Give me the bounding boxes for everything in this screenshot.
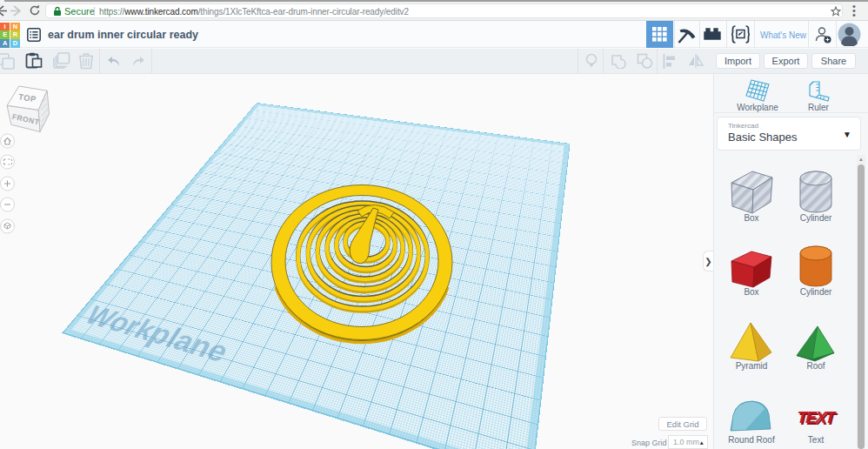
svg-text:Pyramid: Pyramid	[736, 361, 768, 371]
svg-text:Box: Box	[744, 287, 758, 297]
svg-text:Cylinder: Cylinder	[800, 213, 832, 223]
svg-text:Cylinder: Cylinder	[800, 287, 832, 297]
svg-text:Box: Box	[744, 213, 758, 223]
svg-text:Roof: Roof	[806, 361, 825, 371]
svg-text:Round Roof: Round Roof	[728, 435, 775, 445]
svg-text:TEXT: TEXT	[795, 408, 838, 426]
svg-text:Text: Text	[808, 435, 825, 445]
